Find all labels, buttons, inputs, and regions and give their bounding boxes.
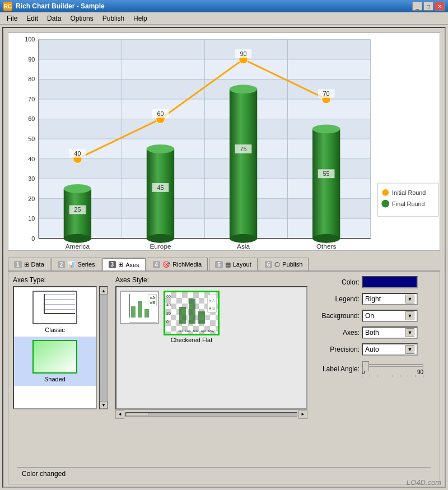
- tick-6: [408, 375, 408, 377]
- scroll-up-btn[interactable]: ▲: [100, 287, 108, 295]
- menu-publish[interactable]: Publish: [98, 13, 129, 24]
- axes-dropdown-arrow[interactable]: ▼: [405, 328, 414, 337]
- svg-point-52: [312, 234, 340, 243]
- style-item-plain1[interactable]: ■A ■B: [119, 290, 160, 325]
- main-window: 100 90 80 70 60 50 40 30 20 10 0: [2, 27, 446, 488]
- label-angle-row: Label Angle: 0 90: [312, 360, 435, 377]
- axes-dropdown[interactable]: Both ▼: [362, 326, 418, 339]
- svg-text:60: 60: [157, 110, 164, 117]
- legend-dropdown-arrow[interactable]: ▼: [405, 295, 414, 304]
- slider-wrapper: [362, 360, 423, 367]
- axes-type-panel: Axes Type:: [13, 276, 111, 467]
- tab-number-publish: 6: [265, 261, 273, 268]
- svg-text:80: 80: [28, 76, 35, 82]
- menu-edit[interactable]: Edit: [22, 13, 43, 24]
- checkered-flat-label: Checkered Flat: [171, 337, 213, 343]
- tab-icon-series: 📊: [67, 261, 75, 268]
- svg-point-72: [382, 189, 389, 196]
- menu-file[interactable]: File: [2, 13, 22, 24]
- svg-point-37: [64, 234, 91, 243]
- tab-series[interactable]: 2 📊 Series: [52, 258, 101, 270]
- axes-row: Axes: Both ▼: [312, 326, 435, 339]
- background-dropdown[interactable]: On ▼: [362, 310, 418, 322]
- scroll-thumb-h[interactable]: [126, 413, 148, 416]
- maximize-button[interactable]: □: [423, 2, 433, 11]
- background-dropdown-arrow[interactable]: ▼: [405, 311, 414, 320]
- window-controls: _ □ ✕: [412, 2, 445, 11]
- tab-data[interactable]: 1 ⊞ Data: [8, 258, 50, 270]
- svg-text:America: America: [66, 242, 90, 250]
- label-angle-container: 0 90: [362, 360, 429, 377]
- tick-7: [415, 375, 416, 377]
- tick-4: [393, 375, 393, 377]
- background-label: Background:: [312, 312, 360, 320]
- svg-text:100: 100: [25, 36, 35, 43]
- tab-icon-publish: ⬡: [274, 261, 280, 268]
- tab-label-layout: Layout: [233, 261, 251, 268]
- style-h-scrollbar[interactable]: ◄ ►: [115, 409, 307, 418]
- tick-1: [370, 375, 370, 377]
- tab-icon-axes: ⊞: [118, 261, 123, 268]
- axes-type-shaded[interactable]: Shaded: [14, 337, 96, 386]
- slider-max-label: 90: [417, 369, 423, 375]
- title-bar: RC Rich Chart Builder - Sample _ □ ✕: [0, 0, 448, 12]
- color-row: Color:: [312, 276, 435, 288]
- svg-text:45: 45: [157, 184, 164, 191]
- svg-point-47: [230, 234, 257, 243]
- svg-point-74: [381, 200, 389, 208]
- axes-style-label: Axes Style:: [115, 276, 307, 284]
- svg-point-41: [147, 144, 174, 153]
- color-label: Color:: [312, 278, 360, 286]
- svg-text:25: 25: [74, 206, 81, 213]
- tab-richmedia[interactable]: 4 🎯 RichMedia: [147, 258, 208, 270]
- tab-number-axes: 3: [109, 261, 116, 268]
- menu-data[interactable]: Data: [43, 13, 66, 24]
- tick-2: [377, 375, 377, 377]
- scroll-track-h: [125, 412, 297, 417]
- chart-area: 100 90 80 70 60 50 40 30 20 10 0: [8, 32, 440, 251]
- svg-text:75: 75: [240, 146, 247, 152]
- tab-axes[interactable]: 3 ⊞ Axes: [102, 258, 146, 270]
- axes-style-panel: Axes Style:: [115, 276, 307, 467]
- bottom-panel: Axes Type:: [8, 270, 440, 484]
- menu-bar: File Edit Data Options Publish Help: [0, 12, 448, 25]
- svg-text:50: 50: [28, 136, 35, 142]
- tab-layout[interactable]: 5 ▤ Layout: [209, 258, 258, 270]
- axes-type-scrollbar[interactable]: ▲ ▼: [99, 286, 108, 409]
- tab-publish[interactable]: 6 ⬡ Publish: [259, 258, 309, 270]
- svg-text:Initial Round: Initial Round: [392, 189, 426, 196]
- scroll-down-btn[interactable]: ▼: [100, 401, 108, 409]
- color-picker[interactable]: [362, 276, 418, 288]
- slider-track: [362, 365, 423, 367]
- menu-options[interactable]: Options: [66, 13, 97, 24]
- scroll-right-btn[interactable]: ►: [298, 410, 307, 419]
- tab-label-data: Data: [31, 261, 44, 268]
- precision-dropdown-arrow[interactable]: ▼: [405, 345, 414, 354]
- tab-label-series: Series: [77, 261, 95, 268]
- legend-dropdown[interactable]: Right ▼: [362, 293, 418, 305]
- watermark: LO4D.com: [407, 478, 441, 487]
- slider-ticks: [362, 375, 423, 377]
- axes-type-list[interactable]: Classic Shaded: [13, 286, 97, 409]
- precision-dropdown[interactable]: Auto ▼: [362, 343, 418, 356]
- background-value: On: [365, 312, 374, 320]
- tab-number-richmedia: 4: [153, 261, 161, 268]
- scroll-left-btn[interactable]: ◄: [115, 410, 124, 419]
- svg-point-36: [64, 184, 91, 193]
- tick-end: [423, 375, 423, 377]
- menu-help[interactable]: Help: [129, 13, 152, 24]
- legend-label: Legend:: [312, 295, 360, 303]
- plain1-preview: ■A ■B: [120, 291, 159, 324]
- style-item-checkered-flat[interactable]: 60 40 20 0 Jan Feb Mar: [162, 290, 221, 344]
- svg-rect-40: [147, 149, 174, 239]
- close-button[interactable]: ✕: [435, 2, 445, 11]
- axes-style-list[interactable]: ■A ■B: [115, 286, 307, 409]
- slider-thumb[interactable]: [362, 361, 369, 371]
- precision-row: Precision: Auto ▼: [312, 343, 435, 356]
- tab-label-axes: Axes: [125, 262, 139, 268]
- svg-text:Others: Others: [316, 242, 337, 250]
- minimize-button[interactable]: _: [412, 2, 422, 11]
- label-angle-label: Label Angle:: [312, 365, 360, 373]
- axes-type-classic[interactable]: Classic: [14, 287, 96, 337]
- shaded-preview: [32, 340, 77, 374]
